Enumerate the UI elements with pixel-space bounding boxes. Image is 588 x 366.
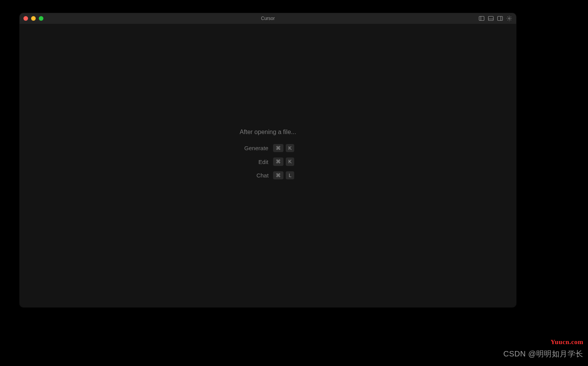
key-letter: K (286, 157, 295, 166)
editor-empty-state: After opening a file... Generate ⌘ K Edi… (20, 24, 516, 307)
svg-rect-0 (479, 17, 484, 21)
welcome-heading: After opening a file... (240, 129, 296, 136)
shortcut-keys: ⌘ K (273, 144, 295, 152)
key-modifier: ⌘ (273, 157, 283, 166)
shortcut-label: Edit (242, 159, 268, 165)
toggle-right-panel-icon[interactable] (497, 15, 503, 22)
close-button[interactable] (23, 16, 28, 21)
key-letter: K (286, 144, 295, 152)
maximize-button[interactable] (39, 16, 43, 21)
settings-gear-icon[interactable] (506, 15, 512, 22)
watermark-author: CSDN @明明如月学长 (503, 349, 583, 359)
welcome-block: After opening a file... Generate ⌘ K Edi… (240, 129, 296, 180)
window-title: Cursor (261, 16, 275, 21)
shortcut-list: Generate ⌘ K Edit ⌘ K Chat (242, 144, 295, 180)
traffic-lights (23, 16, 43, 21)
shortcut-label: Generate (242, 145, 268, 151)
titlebar-actions (479, 15, 512, 22)
shortcut-keys: ⌘ L (273, 171, 294, 180)
shortcut-label: Chat (242, 172, 268, 179)
shortcut-row-chat: Chat ⌘ L (242, 171, 295, 180)
key-modifier: ⌘ (273, 171, 283, 180)
app-window: Cursor (20, 13, 516, 307)
titlebar: Cursor (20, 13, 516, 24)
key-modifier: ⌘ (273, 144, 283, 152)
toggle-bottom-panel-icon[interactable] (488, 15, 494, 22)
shortcut-keys: ⌘ K (273, 157, 295, 166)
shortcut-row-generate: Generate ⌘ K (242, 144, 295, 152)
toggle-left-panel-icon[interactable] (479, 15, 485, 22)
svg-rect-2 (489, 17, 494, 21)
shortcut-row-edit: Edit ⌘ K (242, 157, 295, 166)
minimize-button[interactable] (31, 16, 36, 21)
svg-point-6 (508, 18, 510, 19)
watermark-site: Yuucn.com (550, 338, 583, 346)
key-letter: L (286, 171, 294, 180)
svg-rect-4 (498, 17, 503, 21)
